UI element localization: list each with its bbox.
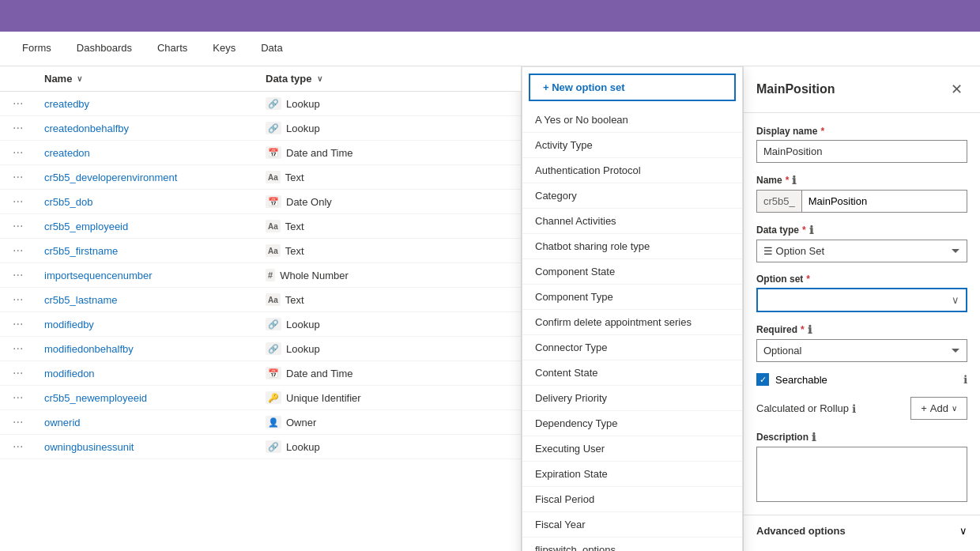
row-dots[interactable]: ···	[13, 268, 44, 282]
row-name[interactable]: createdon	[44, 147, 266, 159]
dropdown-item[interactable]: Chatbot sharing role type	[522, 234, 742, 259]
row-dots[interactable]: ···	[13, 415, 44, 429]
row-dots[interactable]: ···	[13, 440, 44, 454]
row-dots[interactable]: ···	[13, 170, 44, 184]
row-dots[interactable]: ···	[13, 96, 44, 111]
row-name[interactable]: modifiedon	[44, 368, 266, 379]
dropdown-item[interactable]: Category	[522, 183, 742, 209]
row-name[interactable]: modifiedby	[44, 319, 266, 330]
tab-charts[interactable]: Charts	[148, 34, 197, 63]
datatype-icon	[266, 342, 281, 355]
dropdown-item[interactable]: Authentication Protocol	[522, 158, 742, 183]
row-name[interactable]: ownerid	[44, 417, 266, 428]
row-name[interactable]: cr5b5_employeeid	[44, 221, 266, 232]
panel-header: MainPosition ✕	[744, 66, 980, 113]
row-name[interactable]: owningbusinessunit	[44, 441, 266, 453]
row-name[interactable]: cr5b5_lastname	[44, 294, 266, 306]
row-name[interactable]: createdby	[44, 98, 266, 110]
col-header-name[interactable]: Name ∨	[44, 73, 266, 85]
add-label: Add	[930, 402, 948, 414]
row-dots[interactable]: ···	[13, 121, 44, 135]
row-datatype: Lookup	[266, 318, 439, 330]
calc-info-icon[interactable]: ℹ	[852, 402, 856, 415]
table-row: ··· owningbusinessunit Lookup	[0, 435, 521, 459]
searchable-info-icon[interactable]: ℹ	[963, 373, 967, 386]
new-option-set-button[interactable]: + New option set	[529, 74, 736, 101]
table-row: ··· createdonbehalfby Lookup	[0, 116, 521, 141]
col-header-datatype[interactable]: Data type ∨	[266, 73, 439, 85]
row-name[interactable]: cr5b5_firstname	[44, 245, 266, 257]
datatype-icon	[266, 416, 281, 428]
dropdown-item[interactable]: Component State	[522, 259, 742, 285]
row-dots[interactable]: ···	[13, 292, 44, 307]
table-row: ··· cr5b5_developerenvironment Text	[0, 165, 521, 190]
chevron-down-icon: ∨	[959, 525, 967, 537]
row-name[interactable]: cr5b5_dob	[44, 196, 266, 208]
required-info-icon[interactable]: ℹ	[808, 323, 812, 336]
dropdown-item[interactable]: Channel Activities	[522, 209, 742, 234]
row-dots[interactable]: ···	[13, 219, 44, 233]
datatype-icon	[266, 97, 281, 110]
option-set-dropdown-trigger[interactable]: ∨	[756, 288, 967, 312]
row-datatype: Text	[266, 293, 439, 306]
description-textarea[interactable]	[756, 447, 967, 502]
dropdown-item[interactable]: A Yes or No boolean	[522, 108, 742, 133]
tab-dashboards[interactable]: Dashboards	[67, 34, 141, 63]
row-dots[interactable]: ···	[13, 366, 44, 380]
row-dots[interactable]: ···	[13, 317, 44, 331]
row-dots[interactable]: ···	[13, 194, 44, 209]
dropdown-item[interactable]: Dependency Type	[522, 411, 742, 436]
dropdown-item[interactable]: Fiscal Year	[522, 512, 742, 538]
dropdown-item[interactable]: Content State	[522, 360, 742, 386]
tab-forms[interactable]: Forms	[13, 34, 61, 63]
dropdown-item[interactable]: Delivery Priority	[522, 386, 742, 411]
table-row: ··· cr5b5_lastname Text	[0, 288, 521, 312]
searchable-checkbox[interactable]: ✓	[756, 373, 769, 386]
datatype-sort-icon[interactable]: ∨	[317, 74, 322, 83]
description-label: Description ℹ	[756, 431, 967, 443]
close-panel-button[interactable]: ✕	[946, 79, 967, 100]
data-type-info-icon[interactable]: ℹ	[809, 224, 813, 236]
row-datatype: Lookup	[266, 440, 439, 453]
name-label: Name * ℹ	[756, 174, 967, 187]
name-info-icon[interactable]: ℹ	[792, 174, 796, 187]
description-info-icon[interactable]: ℹ	[812, 431, 816, 443]
row-dots[interactable]: ···	[13, 145, 44, 160]
row-dots[interactable]: ···	[13, 243, 44, 258]
main-layout: Forms Dashboards Charts Keys Data Name ∨…	[0, 32, 980, 551]
dropdown-item[interactable]: Component Type	[522, 285, 742, 310]
row-name[interactable]: createdonbehalfby	[44, 123, 266, 134]
dropdown-item[interactable]: Confirm delete appointment series	[522, 310, 742, 335]
row-dots[interactable]: ···	[13, 342, 44, 356]
row-name[interactable]: modifiedonbehalfby	[44, 343, 266, 355]
name-sort-icon[interactable]: ∨	[77, 74, 82, 83]
dropdown-item[interactable]: Expiration State	[522, 462, 742, 487]
row-dots[interactable]: ···	[13, 391, 44, 405]
tab-data[interactable]: Data	[251, 34, 292, 63]
data-type-label: Data type * ℹ	[756, 224, 967, 236]
row-datatype: Lookup	[266, 122, 439, 134]
dropdown-item[interactable]: Activity Type	[522, 133, 742, 158]
row-datatype: Lookup	[266, 342, 439, 355]
dropdown-item[interactable]: Connector Type	[522, 335, 742, 360]
required-select[interactable]: Optional Business Recommended Business R…	[756, 339, 967, 362]
dropdown-item[interactable]: Executing User	[522, 436, 742, 462]
row-datatype: Date and Time	[266, 367, 439, 379]
table-header: Name ∨ Data type ∨	[0, 66, 521, 92]
datatype-icon	[266, 220, 281, 232]
display-name-input[interactable]	[756, 140, 967, 163]
advanced-options-row[interactable]: Advanced options ∨	[744, 515, 980, 546]
row-datatype: Lookup	[266, 97, 439, 110]
row-name[interactable]: importsequencenumber	[44, 270, 266, 281]
datatype-icon	[266, 293, 281, 306]
dropdown-item[interactable]: Fiscal Period	[522, 487, 742, 512]
data-type-select[interactable]: ☰ Option Set	[756, 240, 967, 262]
content-area: Name ∨ Data type ∨ ··· createdby Lookup …	[0, 66, 980, 551]
dropdown-item[interactable]: flipswitch_options	[522, 538, 742, 551]
row-name[interactable]: cr5b5_developerenvironment	[44, 172, 266, 183]
row-name[interactable]: cr5b5_newemployeeid	[44, 392, 266, 404]
calc-add-button[interactable]: + Add ∨	[910, 397, 967, 420]
name-input[interactable]	[802, 191, 967, 212]
tab-keys[interactable]: Keys	[203, 34, 245, 63]
table-area: Name ∨ Data type ∨ ··· createdby Lookup …	[0, 66, 522, 551]
